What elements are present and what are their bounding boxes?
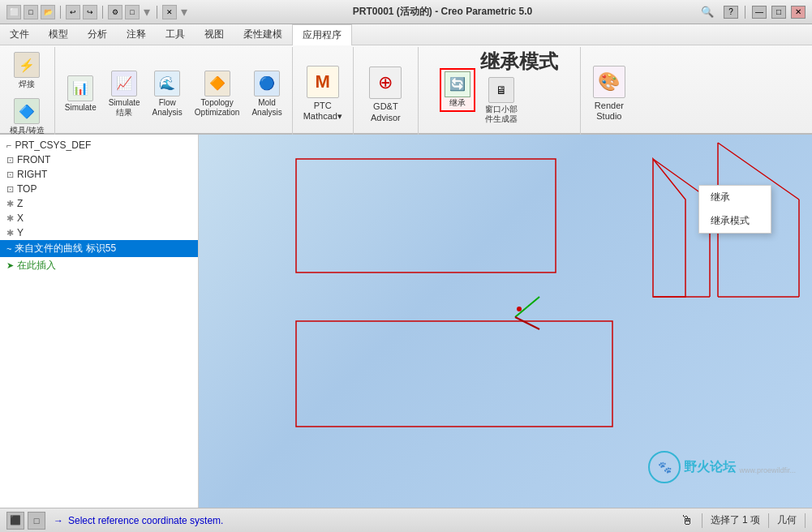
svg-point-12 (517, 307, 522, 311)
gdt-items: ⊕ GD&TAdvisor (363, 49, 407, 141)
quick-access: ⬜ □ 📂 ↩ ↪ ⚙ □ ▾ ✕ ▾ (6, 4, 189, 19)
simulate-btn[interactable]: 📊 Simulate (60, 72, 101, 116)
insert-icon: ➤ (6, 260, 14, 271)
tree-item-curve[interactable]: ~ 来自文件的曲线 标识55 (0, 240, 198, 257)
x-icon: ✱ (6, 213, 14, 224)
menu-model[interactable]: 模型 (39, 24, 78, 45)
topology-btn[interactable]: 🔶 TopologyOptimization (190, 67, 245, 121)
minimize-btn[interactable]: — (752, 6, 767, 19)
render-studio-icon: 🎨 (593, 66, 625, 98)
gdt-advisor-label: GD&TAdvisor (371, 101, 401, 122)
menu-apps[interactable]: 应用程序 (292, 24, 352, 45)
simulate-results-label: Simulate结果 (109, 98, 140, 118)
z-label: Z (17, 198, 23, 209)
front-icon: ⊡ (6, 155, 14, 165)
left-panel: ⌐ PRT_CSYS_DEF ⊡ FRONT ⊡ RIGHT ⊡ TOP ✱ Z… (0, 135, 199, 508)
status-icon-2[interactable]: □ (28, 512, 45, 530)
x-label: X (17, 212, 24, 224)
csys-label: PRT_CSYS_DEF (15, 139, 91, 151)
dropdown-inherit[interactable]: 继承 (699, 186, 771, 209)
top-icon: ⊡ (6, 184, 14, 195)
maximize-btn[interactable]: □ (771, 6, 786, 19)
tree-item-top[interactable]: ⊡ TOP (0, 182, 198, 196)
close-btn[interactable]: ✕ (791, 6, 806, 19)
y-label: Y (17, 227, 24, 238)
inherit-mode-big-label: 继承模式 (480, 52, 558, 71)
tree-item-z[interactable]: ✱ Z (0, 196, 198, 211)
csys-icon: ⌐ (6, 140, 11, 150)
tree-item-csys[interactable]: ⌐ PRT_CSYS_DEF (0, 138, 198, 152)
window-gen-btn[interactable]: 🖥 窗口小部件生成器 (480, 74, 522, 127)
gdt-advisor-icon: ⊕ (369, 66, 402, 99)
front-label: FRONT (17, 154, 50, 165)
status-divider3 (805, 513, 806, 528)
menu-flexible[interactable]: 柔性建模 (234, 24, 292, 45)
mold-icon: 🔷 (14, 98, 40, 124)
more-arrow[interactable]: ▾ (181, 4, 187, 19)
gdt-advisor-btn[interactable]: ⊕ GD&TAdvisor (363, 62, 407, 127)
top-label: TOP (17, 183, 37, 195)
calc-items: M PTCMathcad▾ (298, 49, 348, 139)
weld-btn[interactable]: ⚡ 焊接 (9, 49, 45, 92)
undo-btn[interactable]: ↩ (66, 5, 80, 19)
status-divider2 (768, 513, 769, 528)
menu-tools[interactable]: 工具 (156, 24, 195, 45)
menu-file[interactable]: 文件 (0, 24, 39, 45)
app-icon: ⬜ (6, 5, 21, 19)
mold-analysis-btn[interactable]: 🔵 MoldAnalysis (247, 67, 286, 121)
title-bar-left: ⬜ □ 📂 ↩ ↪ ⚙ □ ▾ ✕ ▾ (6, 4, 189, 19)
tree-item-insert[interactable]: ➤ 在此插入 (0, 257, 198, 274)
ptc-mathcad-btn[interactable]: M PTCMathcad▾ (298, 62, 348, 126)
inherit-icon: 🔄 (445, 71, 470, 97)
watermark: 🐾 野火论坛 www.proewildfir... (648, 451, 796, 483)
mold-analysis-label: MoldAnalysis (251, 98, 281, 118)
close-model-btn[interactable]: ✕ (162, 5, 177, 19)
tree-item-front[interactable]: ⊡ FRONT (0, 152, 198, 167)
status-icon-1[interactable]: ⬛ (6, 512, 24, 530)
window-title: PRT0001 (活动的) - Creo Parametric 5.0 (353, 5, 532, 19)
viewport[interactable]: 🐾 野火论坛 www.proewildfir... 继承 继承模式 (199, 135, 812, 508)
menu-view[interactable]: 视图 (195, 24, 234, 45)
right-label: RIGHT (17, 169, 47, 180)
simulate-results-icon: 📈 (111, 71, 137, 97)
dropdown-popup: 继承 继承模式 (698, 185, 771, 234)
curve-label: 来自文件的曲线 标识55 (15, 242, 116, 255)
mold-btn[interactable]: 🔷 模具/铸造 (5, 95, 49, 139)
inherit-small-label: 继承 (449, 97, 466, 109)
menu-bar: 文件 模型 分析 注释 工具 视图 柔性建模 应用程序 (0, 24, 812, 45)
menu-notes[interactable]: 注释 (117, 24, 156, 45)
title-bar-right: 🔍 ? — □ ✕ (696, 4, 806, 19)
tree-item-x[interactable]: ✱ X (0, 211, 198, 225)
regenerate-btn[interactable]: □ (125, 5, 140, 19)
flow-analysis-btn[interactable]: 🌊 FlowAnalysis (148, 67, 187, 121)
svg-rect-0 (296, 159, 556, 272)
dropdown-inherit-mode[interactable]: 继承模式 (699, 209, 771, 233)
render-studio-btn[interactable]: 🎨 RenderStudio (587, 62, 631, 126)
tree-item-right[interactable]: ⊡ RIGHT (0, 167, 198, 182)
mold-analysis-icon: 🔵 (254, 71, 280, 97)
inherit-btn[interactable]: 🔄 继承 (440, 68, 475, 112)
svg-line-10 (515, 297, 539, 317)
regen-btn[interactable]: ⚙ (108, 5, 122, 19)
redo-btn[interactable]: ↪ (83, 5, 97, 19)
ribbon: ⚡ 焊接 🔷 模具/铸造 工程 📊 Simulate (0, 45, 812, 135)
help-btn[interactable]: ? (724, 6, 738, 19)
window-gen-icon: 🖥 (488, 77, 514, 103)
topology-label: TopologyOptimization (195, 98, 240, 118)
simulate-items: 📊 Simulate 📈 Simulate结果 🌊 FlowAnalysis 🔶… (60, 49, 287, 139)
main-area: ⌐ PRT_CSYS_DEF ⊡ FRONT ⊡ RIGHT ⊡ TOP ✱ Z… (0, 135, 812, 508)
search-icon[interactable]: 🔍 (696, 4, 719, 19)
svg-rect-1 (296, 321, 612, 427)
menu-analysis[interactable]: 分析 (78, 24, 117, 45)
topology-icon: 🔶 (204, 71, 230, 97)
ptc-mathcad-icon: M (307, 66, 339, 98)
tree-item-y[interactable]: ✱ Y (0, 225, 198, 240)
svg-line-11 (515, 317, 539, 329)
new-btn[interactable]: □ (24, 5, 38, 19)
selection-info: 选择了 1 项 (711, 513, 760, 527)
watermark-text: 野火论坛 (684, 459, 736, 476)
dropdown-arrow[interactable]: ▾ (144, 4, 150, 19)
simulate-results-btn[interactable]: 📈 Simulate结果 (104, 67, 145, 121)
open-btn[interactable]: 📂 (41, 5, 55, 19)
insert-label: 在此插入 (17, 259, 56, 272)
